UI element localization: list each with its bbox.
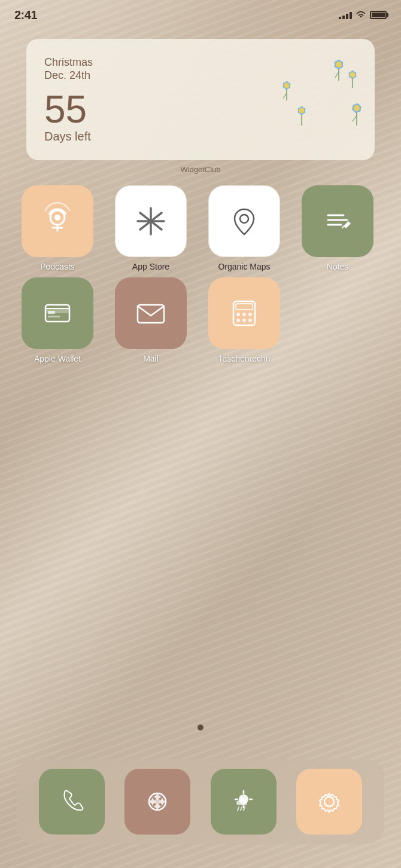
svg-line-45 [342, 226, 344, 228]
widget-provider: WidgetClub [26, 165, 375, 174]
svg-rect-49 [48, 311, 55, 314]
svg-line-21 [283, 93, 287, 98]
app-appstore[interactable]: App Store [110, 185, 192, 271]
christmas-widget[interactable]: Christmas Dec. 24th 55 Days left [26, 39, 375, 160]
dock-weather[interactable] [211, 769, 277, 835]
page-dot-1 [198, 725, 203, 731]
svg-point-59 [248, 319, 252, 322]
status-time: 2:41 [14, 8, 37, 22]
battery-icon [370, 11, 387, 19]
svg-point-12 [350, 72, 356, 78]
svg-rect-53 [236, 304, 253, 310]
dock-photos[interactable] [124, 769, 190, 835]
flower-decoration [255, 39, 375, 140]
app-mail[interactable]: Mail [110, 277, 192, 363]
notes-icon [302, 185, 373, 257]
svg-point-41 [240, 215, 248, 223]
appstore-label: App Store [132, 262, 169, 271]
svg-point-55 [242, 313, 246, 316]
svg-line-68 [241, 807, 242, 811]
svg-point-57 [236, 319, 240, 322]
maps-label: Organic Maps [218, 262, 270, 271]
calculator-icon [208, 277, 280, 349]
svg-point-26 [284, 83, 290, 88]
app-row-2: Apple Wallet Mail [17, 277, 384, 363]
appstore-icon [115, 185, 187, 257]
podcasts-label: Podcasts [40, 262, 75, 271]
svg-rect-51 [138, 305, 164, 323]
calculator-label: Taschenrechn [218, 354, 270, 363]
app-podcasts[interactable]: Podcasts [17, 185, 98, 271]
mail-icon [115, 277, 187, 349]
svg-point-56 [248, 313, 252, 316]
svg-rect-50 [48, 316, 60, 317]
dock [17, 759, 384, 844]
mail-label: Mail [143, 354, 159, 363]
notes-label: Notes [327, 262, 349, 271]
svg-point-6 [336, 62, 342, 68]
svg-point-58 [242, 319, 246, 322]
app-calculator[interactable]: Taschenrechn [203, 277, 285, 363]
app-notes[interactable]: Notes [297, 185, 378, 271]
signal-icon [339, 11, 352, 19]
app-grid: Podcasts App Store Organic M [0, 185, 401, 369]
svg-point-70 [324, 797, 334, 806]
wallet-label: Apple Wallet [34, 354, 81, 363]
svg-point-19 [354, 105, 360, 111]
wallet-icon [22, 277, 93, 349]
wifi-icon [356, 11, 366, 19]
svg-point-34 [54, 215, 60, 221]
app-maps[interactable]: Organic Maps [203, 185, 285, 271]
svg-line-67 [238, 807, 239, 811]
podcasts-icon [22, 185, 93, 257]
maps-icon [208, 185, 280, 257]
app-wallet[interactable]: Apple Wallet [17, 277, 98, 363]
app-row-1: Podcasts App Store Organic M [17, 185, 384, 271]
svg-line-1 [335, 72, 339, 78]
status-icons [339, 11, 387, 19]
svg-point-32 [299, 108, 305, 114]
svg-point-54 [236, 313, 240, 316]
page-indicator [0, 725, 401, 731]
widget-container: Christmas Dec. 24th 55 Days left [26, 39, 375, 174]
dock-settings[interactable] [296, 769, 362, 835]
status-bar: 2:41 [0, 0, 401, 30]
svg-line-14 [353, 115, 357, 121]
dock-phone[interactable] [39, 769, 105, 835]
